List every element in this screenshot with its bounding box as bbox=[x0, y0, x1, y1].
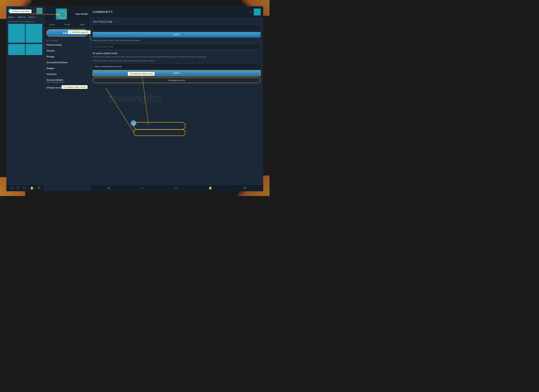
back-arrow-icon[interactable]: ‹ bbox=[47, 12, 48, 16]
copy-button-1[interactable]: COPY bbox=[93, 32, 261, 38]
menu-items: Friend Activity Friends Groups Screensho… bbox=[44, 42, 90, 191]
community-more-icon[interactable]: ⋮ bbox=[249, 10, 252, 14]
more-icon[interactable]: ⋮ bbox=[33, 9, 35, 12]
menu-screenshots-videos[interactable]: Screenshots/Videos bbox=[44, 60, 90, 66]
copy-button-2[interactable]: COPY bbox=[93, 70, 261, 76]
tab-wallet[interactable]: Wallet bbox=[75, 22, 90, 27]
featured-image-1 bbox=[8, 24, 25, 43]
right-bottom-nav: 🏷 ≡ 🛡 🔔 ☰ bbox=[90, 184, 263, 191]
friend-code-title: Your Friend Code bbox=[93, 20, 261, 23]
bottom-nav: 🏷 ≡ 🛡 🔔 ☰ bbox=[6, 184, 44, 191]
bottom-nav-bell-icon[interactable]: 🔔 bbox=[30, 186, 34, 190]
featured-image-2 bbox=[26, 24, 42, 43]
menu-inventory[interactable]: Inventory bbox=[44, 71, 90, 77]
community-header-right: ⋮ bbox=[249, 9, 261, 15]
featured-images bbox=[8, 24, 42, 43]
nav-menu[interactable]: MENU bbox=[8, 16, 15, 18]
annotation-1: 1) Жмем на аватарку bbox=[10, 9, 32, 13]
invite-link-box: https://s.team/p/ваша/ссылка bbox=[93, 64, 261, 69]
quick-invite-desc: Generate a link to share via email or SM… bbox=[93, 56, 261, 58]
bottom-nav-menu-icon[interactable]: ☰ bbox=[38, 186, 40, 190]
bottom-nav-shield-icon[interactable]: 🛡 bbox=[23, 186, 26, 190]
nav-bar: MENU WISHLIST WALLET bbox=[6, 15, 44, 19]
profile-avatar bbox=[56, 9, 67, 19]
featured-label: FEATURED & RECOMMENDED bbox=[8, 21, 42, 23]
menu-groups[interactable]: Groups bbox=[44, 54, 90, 60]
annotation-2: 2) «Добавить друзей» bbox=[68, 30, 91, 34]
main-container: S STEAM 🔍 ⋮ MENU WISHLIST WALLET FEATURE… bbox=[6, 6, 263, 191]
account-details-sub: Store, Security, Family bbox=[47, 81, 64, 83]
quick-invite-title: Or send a Quick Invite bbox=[93, 52, 261, 55]
bottom-nav-store-icon[interactable]: 🏷 bbox=[10, 186, 13, 190]
featured-image-small-2 bbox=[26, 44, 42, 55]
account-arrow-icon: › bbox=[87, 80, 88, 82]
right-panel: COMMUNITY ⋮ Your Friend Code COPY Enter … bbox=[90, 6, 263, 191]
menu-friends[interactable]: Friends bbox=[44, 48, 90, 54]
right-nav-tag-icon[interactable]: 🏷 bbox=[107, 186, 110, 190]
account-details-label: Account Details bbox=[47, 79, 64, 81]
menu-friend-activity[interactable]: Friend Activity bbox=[44, 42, 90, 48]
nav-wallet[interactable]: WALLET bbox=[29, 16, 35, 18]
annotation-3: 3) Создаем новую ссылку bbox=[62, 85, 87, 89]
right-nav-list-icon[interactable]: ≡ bbox=[142, 186, 143, 190]
generate-link-button[interactable]: Generate new link bbox=[93, 78, 261, 83]
profile-tabs: Games Friends Wallet bbox=[44, 22, 90, 28]
check-circle: ✓ bbox=[131, 120, 136, 126]
avatar[interactable] bbox=[37, 8, 42, 14]
profile-section: ‹ View Profile bbox=[44, 6, 90, 22]
nav-wishlist[interactable]: WISHLIST bbox=[18, 16, 26, 18]
menu-badges[interactable]: Badges bbox=[44, 66, 90, 71]
friend-code-box bbox=[93, 25, 261, 31]
community-title: COMMUNITY bbox=[93, 10, 113, 14]
friend-code-desc: Enter your friend's Friend Code to invit… bbox=[93, 39, 261, 42]
annotation-4: 4) Копируем новую ссылку bbox=[128, 72, 155, 76]
right-nav-bell-icon[interactable]: 🔔 bbox=[209, 186, 212, 190]
left-panel: S STEAM 🔍 ⋮ MENU WISHLIST WALLET FEATURE… bbox=[6, 6, 44, 191]
tab-games[interactable]: Games bbox=[44, 22, 59, 27]
community-header: COMMUNITY ⋮ bbox=[90, 6, 263, 18]
featured-row bbox=[8, 43, 42, 55]
invite-link-text: https://s.team/p/ваша/ссылка bbox=[95, 65, 122, 68]
enter-friend-code-input[interactable] bbox=[93, 44, 261, 50]
add-friends-icon: 👥 bbox=[58, 32, 61, 34]
right-nav-menu-icon[interactable]: ☰ bbox=[243, 186, 246, 190]
note-text: NOTE: Each link can only be used once an… bbox=[93, 59, 261, 62]
right-nav-shield-icon[interactable]: 🛡 bbox=[174, 186, 177, 190]
bottom-nav-list-icon[interactable]: ≡ bbox=[17, 186, 19, 190]
tab-friends[interactable]: Friends bbox=[59, 22, 75, 27]
featured-image-small-1 bbox=[8, 44, 25, 55]
menu-account-details[interactable]: Account Details Store, Security, Family … bbox=[44, 77, 90, 85]
community-avatar bbox=[254, 9, 261, 15]
view-profile-button[interactable]: View Profile bbox=[75, 13, 88, 15]
featured-section: FEATURED & RECOMMENDED bbox=[6, 19, 44, 184]
community-content: Your Friend Code COPY Enter your friend'… bbox=[90, 18, 263, 184]
my-content-label: MY CONTENT bbox=[44, 38, 90, 42]
